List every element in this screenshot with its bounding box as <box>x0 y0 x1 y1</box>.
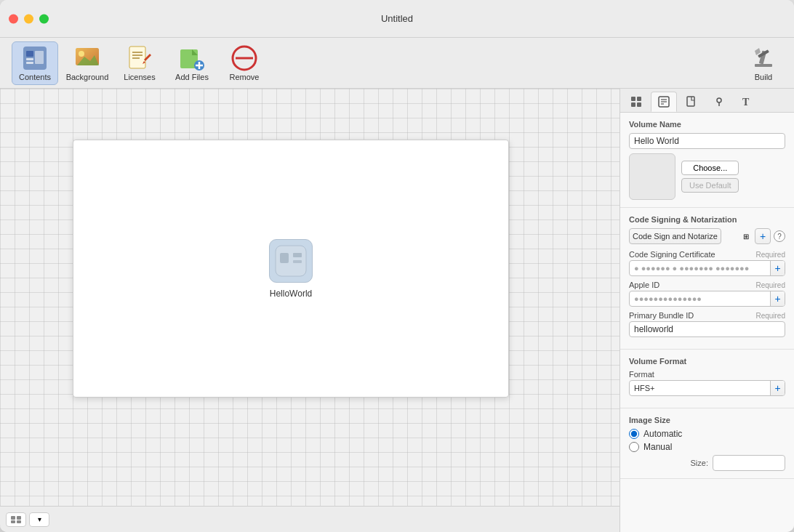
format-stepper[interactable]: + <box>770 381 785 395</box>
volume-name-input[interactable] <box>629 133 785 149</box>
code-sign-label: Code Signing & Notarization <box>629 215 785 224</box>
apple-id-input[interactable] <box>630 293 770 305</box>
svg-rect-33 <box>637 97 641 101</box>
manual-radio[interactable] <box>629 442 639 452</box>
svg-point-41 <box>717 98 721 102</box>
size-row: Size: <box>629 455 785 471</box>
cert-field-wrapper: + <box>629 260 785 276</box>
background-icon <box>74 45 100 71</box>
primary-bundle-id-row: Primary Bundle ID Required <box>629 311 785 337</box>
svg-rect-3 <box>26 62 33 64</box>
canvas-chevron-btn[interactable]: ▾ <box>29 512 49 527</box>
background-label: Background <box>66 73 109 81</box>
cert-input[interactable] <box>630 262 770 274</box>
toolbar-item-remove[interactable]: Remove <box>221 41 268 85</box>
licenses-label: Licenses <box>124 73 155 81</box>
size-input[interactable] <box>713 455 785 471</box>
toolbar-item-background[interactable]: Background <box>64 41 111 85</box>
manual-label: Manual <box>643 442 672 452</box>
format-field-wrapper: + <box>629 380 785 396</box>
icon-buttons: Choose... Use Default <box>681 161 739 193</box>
panel-tab-text[interactable]: T <box>734 92 760 112</box>
apple-id-row: Apple ID Required + <box>629 281 785 307</box>
window-title: Untitled <box>381 13 413 24</box>
right-panel: T Volume Name Choose... Use Default Co <box>619 89 794 532</box>
svg-rect-2 <box>26 58 33 60</box>
remove-label: Remove <box>230 73 260 81</box>
svg-text:T: T <box>742 97 750 108</box>
automatic-radio[interactable] <box>629 429 639 439</box>
choose-button[interactable]: Choose... <box>681 161 739 175</box>
main-window: Untitled Contents <box>0 0 794 532</box>
svg-rect-28 <box>11 516 15 520</box>
svg-rect-32 <box>631 97 635 101</box>
toolbar: Contents Background <box>0 38 794 89</box>
volume-format-label: Volume Format <box>629 357 785 366</box>
titlebar: Untitled <box>0 0 794 38</box>
apple-id-required: Required <box>755 281 785 289</box>
canvas-bottom-bar: ▾ <box>0 506 619 532</box>
svg-rect-4 <box>35 51 44 64</box>
apple-id-field-wrapper: + <box>629 291 785 307</box>
format-label-row: Format <box>629 370 785 379</box>
canvas-icon-btn[interactable] <box>6 512 26 527</box>
toolbar-item-licenses[interactable]: Licenses <box>116 41 163 85</box>
svg-rect-30 <box>11 520 15 523</box>
panel-tab-pin[interactable] <box>706 92 732 112</box>
cert-label: Code Signing Certificate <box>629 250 715 259</box>
svg-rect-31 <box>17 520 21 523</box>
help-button[interactable]: ? <box>774 230 785 242</box>
svg-rect-9 <box>129 47 145 68</box>
bundle-id-label-row: Primary Bundle ID Required <box>629 311 785 320</box>
icon-preview-area: Choose... Use Default <box>629 153 785 200</box>
toolbar-item-contents[interactable]: Contents <box>12 41 58 85</box>
build-icon <box>750 45 777 71</box>
format-label: Format <box>629 370 654 379</box>
add-files-label: Add Files <box>175 73 209 81</box>
panel-tab-doc[interactable] <box>678 92 705 112</box>
cert-stepper[interactable]: + <box>770 261 785 275</box>
format-row: Format + <box>629 370 785 396</box>
app-name: HelloWorld <box>270 289 312 299</box>
svg-point-7 <box>79 51 84 57</box>
bundle-id-required: Required <box>755 312 785 320</box>
close-button[interactable] <box>9 14 18 23</box>
svg-rect-35 <box>637 102 641 107</box>
svg-marker-22 <box>755 48 761 55</box>
use-default-button[interactable]: Use Default <box>681 178 739 193</box>
svg-rect-27 <box>293 260 302 263</box>
main-area: HelloWorld ▾ <box>0 89 794 532</box>
build-label: Build <box>755 73 772 81</box>
cert-label-row: Code Signing Certificate Required <box>629 250 785 259</box>
add-files-icon <box>179 45 205 71</box>
apple-id-stepper[interactable]: + <box>770 291 785 306</box>
svg-rect-1 <box>26 51 33 57</box>
bundle-id-input[interactable] <box>629 321 785 337</box>
app-icon <box>269 239 313 283</box>
build-button[interactable]: Build <box>745 42 782 84</box>
cert-required: Required <box>755 251 785 259</box>
code-sign-dropdown-row: Code Sign and Notarize Code Sign Only No… <box>629 228 785 244</box>
svg-rect-25 <box>280 253 289 263</box>
svg-rect-34 <box>631 102 635 107</box>
code-signing-cert-row: Code Signing Certificate Required + <box>629 250 785 276</box>
image-size-label: Image Size <box>629 416 785 424</box>
svg-rect-40 <box>687 97 694 106</box>
automatic-radio-item: Automatic <box>629 429 785 439</box>
code-sign-section: Code Signing & Notarization Code Sign an… <box>620 208 794 350</box>
format-input[interactable] <box>630 382 770 394</box>
contents-icon <box>22 45 48 71</box>
toolbar-item-add-files[interactable]: Add Files <box>169 41 215 85</box>
minimize-button[interactable] <box>24 14 33 23</box>
panel-tab-grid[interactable] <box>623 92 649 112</box>
manual-radio-item: Manual <box>629 442 785 452</box>
code-sign-stepper[interactable]: + <box>755 228 771 244</box>
app-icon-container: HelloWorld <box>269 239 313 299</box>
remove-icon <box>231 45 257 71</box>
code-sign-select[interactable]: Code Sign and Notarize Code Sign Only No… <box>629 228 721 244</box>
licenses-icon <box>127 45 153 71</box>
maximize-button[interactable] <box>39 14 49 23</box>
panel-tab-inspector[interactable] <box>651 92 677 112</box>
volume-format-section: Volume Format Format + <box>620 350 794 408</box>
volume-name-section: Volume Name Choose... Use Default <box>620 113 794 208</box>
